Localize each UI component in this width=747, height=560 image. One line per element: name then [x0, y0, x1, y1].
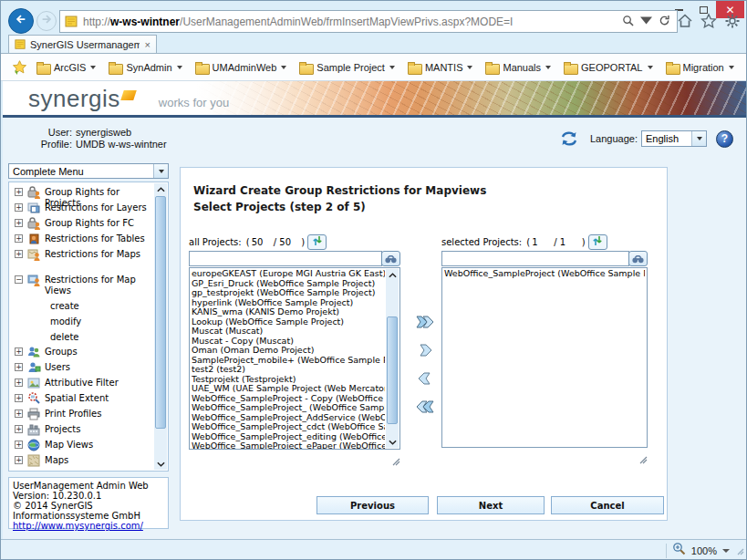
forward-button[interactable] — [36, 11, 57, 31]
expand-icon[interactable]: + — [15, 188, 23, 196]
selected-projects-search-button[interactable] — [628, 251, 648, 266]
sidebar-item-group-rights-for-fc[interactable]: +Group Rights for FC — [11, 216, 153, 232]
zoom-caret-icon[interactable] — [722, 549, 730, 553]
favorites-item-mantis[interactable]: MANTIS — [408, 62, 473, 73]
list-option[interactable]: WebOffice_SampleProject_editing (WebOffi… — [192, 432, 385, 442]
expand-icon[interactable]: + — [15, 234, 23, 243]
settings-button[interactable] — [723, 14, 741, 31]
list-option[interactable]: WebOffice_SampleProject_cdct (WebOffice … — [192, 422, 385, 432]
sidebar-item-map-views[interactable]: +Map Views — [11, 438, 153, 453]
reload-language-icon[interactable] — [559, 130, 579, 148]
list-option[interactable]: WebOffice_SampleProject_ePaper (WebOffic… — [192, 441, 385, 450]
sidebar-item-restrictions-for-layers[interactable]: +Restrictions for Layers — [11, 201, 153, 216]
previous-button[interactable]: Previous — [316, 496, 429, 514]
expand-icon[interactable]: + — [15, 379, 23, 387]
expand-icon[interactable]: + — [15, 425, 23, 433]
list-option[interactable]: WebOffice_SampleProject_AddService (WebO… — [192, 413, 385, 423]
list-option[interactable]: gp_testprojekt (WebOffice Sample Project… — [192, 288, 385, 298]
tree-scroll-thumb[interactable] — [155, 196, 166, 429]
sidebar-item-modify[interactable]: modify — [11, 314, 153, 329]
expand-icon[interactable]: + — [15, 347, 23, 356]
expand-icon[interactable]: + — [15, 203, 23, 212]
list-option[interactable]: Muscat (Muscat) — [192, 327, 385, 337]
all-projects-filter-input[interactable] — [189, 251, 382, 266]
scroll-down-icon[interactable] — [386, 436, 399, 448]
favorites-item-geoportal[interactable]: GEOPORTAL — [564, 62, 652, 73]
list-option[interactable]: KANIS_wma (KANIS Demo Projekt) — [192, 307, 385, 317]
scroll-up-icon[interactable] — [154, 183, 167, 195]
expand-icon[interactable]: + — [15, 410, 23, 418]
sidebar-item-users[interactable]: +Users — [11, 360, 153, 376]
list-option[interactable]: hyperlink (WebOffice Sample Project) — [192, 298, 385, 308]
move-left-button[interactable] — [414, 370, 436, 387]
list-option[interactable]: Oman (Oman Demo Project) — [192, 346, 385, 356]
list-option[interactable]: WebOffice_SampleProject_ (WebOffice Samp… — [192, 403, 385, 413]
list-option[interactable]: WebOffice_SampleProject (WebOffice Sampl… — [444, 269, 645, 279]
sidebar-item-print-profiles[interactable]: +Print Profiles — [11, 407, 153, 422]
back-button[interactable] — [8, 8, 34, 34]
list-option[interactable]: UAE_WM (UAE Sample Project (Web Mercator… — [192, 384, 385, 394]
list-option[interactable]: SampleProject_mobile+ (WebOffice Sample … — [192, 356, 385, 366]
refresh-button[interactable] — [655, 13, 673, 31]
move-all-left-button[interactable] — [414, 399, 436, 415]
favorites-button[interactable] — [700, 14, 717, 31]
favorites-item-manuals[interactable]: Manuals — [485, 62, 551, 73]
favorites-item-umadminweb[interactable]: UMAdminWeb — [195, 62, 287, 73]
list-option[interactable]: Lookup (WebOffice Sample Project) — [192, 317, 385, 327]
scroll-up-icon[interactable] — [386, 269, 399, 281]
all-projects-scroll-thumb[interactable] — [387, 316, 398, 424]
all-projects-listbox[interactable]: europeGKEAST (Europe MGI Austria GK East… — [189, 267, 400, 450]
favorites-item-arcgis[interactable]: ArcGIS — [36, 62, 96, 73]
list-option[interactable]: GP_Esri_Druck (WebOffice Sample Project) — [192, 279, 385, 289]
next-button[interactable]: Next — [437, 496, 545, 514]
expand-icon[interactable]: + — [15, 219, 23, 227]
sidebar-item-create[interactable]: create — [11, 298, 153, 314]
all-projects-search-button[interactable] — [381, 251, 400, 266]
selected-projects-sort-button[interactable] — [588, 234, 607, 250]
sidebar-item-group-rights-for-projects[interactable]: +Group Rights for Projects — [11, 185, 153, 201]
list-option[interactable]: europeGKEAST (Europe MGI Austria GK East… — [192, 269, 385, 279]
tree-scrollbar[interactable] — [154, 183, 167, 470]
browser-tab[interactable]: SynerGIS Usermanagement ... × — [8, 35, 157, 54]
expand-icon[interactable]: + — [15, 363, 23, 371]
expand-icon[interactable]: + — [15, 456, 23, 464]
sidebar-item-groups[interactable]: +Groups — [11, 345, 153, 360]
synergis-link[interactable]: http://www.mysynergis.com/ — [13, 521, 143, 531]
scroll-down-icon[interactable] — [154, 458, 167, 470]
sidebar-item-restrictions-for-maps[interactable]: +Restrictions for Maps — [11, 247, 153, 273]
cancel-button[interactable]: Cancel — [551, 496, 664, 514]
sidebar-item-delete[interactable]: delete — [11, 329, 153, 345]
list-option[interactable]: WebOffice_SampleProject - Copy (WebOffic… — [192, 394, 385, 404]
address-bar[interactable]: http://w-ws-wintner/UserManagementAdminW… — [59, 10, 678, 33]
all-projects-sort-button[interactable] — [307, 234, 327, 250]
tab-close-icon[interactable]: × — [145, 39, 150, 50]
zoom-icon[interactable] — [672, 542, 686, 559]
list-option[interactable]: Muscat - Copy (Muscat) — [192, 337, 385, 347]
menu-filter-select[interactable]: Complete Menu — [8, 163, 169, 179]
home-button[interactable] — [676, 14, 693, 31]
favorites-item-sample-project[interactable]: Sample Project — [299, 62, 395, 73]
sidebar-item-maps[interactable]: +Maps — [11, 453, 153, 469]
sidebar-item-attributive-filter[interactable]: +Attributive Filter — [11, 376, 153, 391]
selected-projects-listbox[interactable]: WebOffice_SampleProject (WebOffice Sampl… — [441, 267, 648, 448]
selected-projects-resize-handle[interactable] — [638, 451, 648, 459]
favorites-star-icon[interactable] — [12, 59, 27, 75]
zoom-level[interactable]: 100% — [691, 545, 717, 556]
favorites-item-migration[interactable]: Migration — [666, 62, 734, 73]
sidebar-item-projects[interactable]: +Projects — [11, 422, 153, 438]
language-select[interactable]: English — [641, 130, 707, 147]
sidebar-item-spatial-extent[interactable]: +Spatial Extent — [11, 391, 153, 407]
search-dropdown-button[interactable] — [637, 13, 655, 31]
expand-icon[interactable]: + — [15, 441, 23, 449]
move-right-button[interactable] — [414, 342, 436, 358]
move-all-right-button[interactable] — [414, 314, 436, 330]
all-projects-resize-handle[interactable] — [391, 452, 400, 461]
help-button[interactable]: ? — [716, 130, 733, 148]
search-button[interactable] — [618, 13, 637, 31]
list-option[interactable]: Testprojekt (Testprojekt) — [192, 375, 385, 385]
window-resize-grip[interactable] — [735, 543, 744, 559]
sidebar-item-restrictions-for-map-views[interactable]: −Restrictions for Map Views — [11, 273, 153, 298]
all-projects-scrollbar[interactable] — [386, 269, 399, 448]
expand-icon[interactable]: + — [15, 394, 23, 402]
selected-projects-filter-input[interactable] — [441, 251, 629, 266]
